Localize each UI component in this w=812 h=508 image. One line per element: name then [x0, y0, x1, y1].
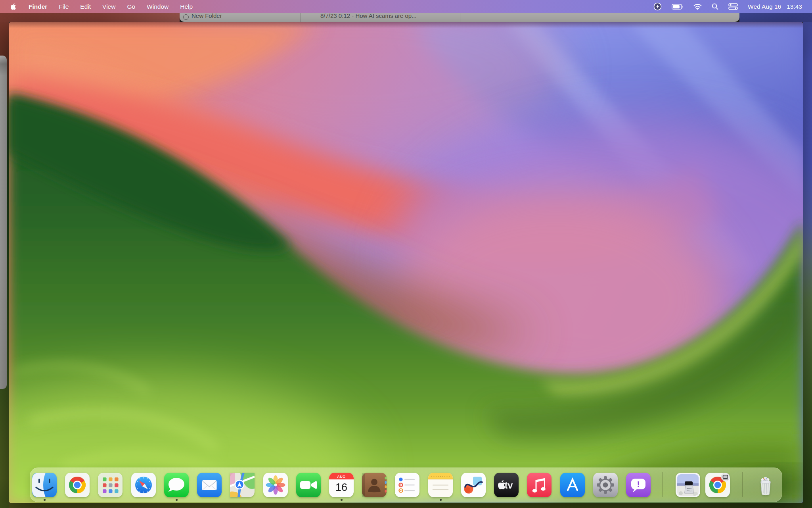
dock-icon-feedback-assistant[interactable]: ! [626, 473, 651, 497]
music-icon [527, 473, 552, 497]
battery-icon[interactable] [672, 4, 684, 10]
background-window-left-sliver[interactable] [0, 56, 7, 389]
new-folder-button[interactable]: New Folder [192, 13, 222, 20]
dock-icon-trash[interactable] [753, 473, 778, 497]
dock-icon-mail[interactable] [197, 473, 222, 497]
finder-icon [32, 473, 57, 497]
svg-text:16: 16 [335, 481, 347, 493]
mail-icon [197, 473, 222, 497]
column-divider [460, 13, 460, 22]
dock-icon-music[interactable] [527, 473, 552, 497]
contacts-icon [362, 473, 387, 497]
menu-window[interactable]: Window [147, 3, 169, 10]
chrome-icon [65, 473, 90, 497]
facetime-icon [296, 473, 321, 497]
svg-text:!: ! [637, 479, 640, 489]
menu-bar: Finder File Edit View Go Window Help Wed… [0, 0, 812, 13]
spotlight-icon[interactable] [712, 3, 718, 10]
photos-icon [263, 473, 288, 497]
episode-list-row[interactable]: 8/7/23 0:12 - How AI scams are op... [320, 13, 417, 20]
dock-icon-chrome[interactable] [65, 473, 90, 497]
svg-text:tv: tv [505, 480, 513, 491]
menubar-clock[interactable]: Wed Aug 16 13:43 [748, 3, 802, 10]
desktop-strip-top-right [739, 13, 812, 22]
column-divider [301, 13, 301, 22]
dock-icon-contacts[interactable] [362, 473, 387, 497]
desktop-margin-bottom [9, 503, 803, 508]
new-folder-icon [183, 14, 189, 20]
menu-app-name[interactable]: Finder [29, 3, 47, 10]
dock-icon-minimized-image-window[interactable] [676, 473, 700, 497]
menu-edit[interactable]: Edit [80, 3, 91, 10]
menubar-time: 13:43 [787, 3, 802, 10]
dock-icon-safari[interactable] [131, 473, 156, 497]
dock-icon-maps[interactable] [230, 473, 255, 497]
safari-icon [131, 473, 156, 497]
reminders-icon [395, 473, 419, 497]
svg-text:AUG: AUG [337, 475, 346, 479]
notes-icon [428, 473, 453, 497]
menubar-date: Wed Aug 16 [748, 3, 781, 10]
dock-icon-finder[interactable] [32, 473, 57, 497]
system-settings-icon [593, 473, 618, 497]
dock-icon-notes[interactable] [428, 473, 453, 497]
dock-icon-facetime[interactable] [296, 473, 321, 497]
desktop-margin-right [803, 13, 812, 508]
wifi-icon[interactable] [693, 4, 702, 10]
dock-icon-calendar[interactable]: AUG 16 [329, 473, 354, 497]
control-center-icon[interactable] [728, 3, 738, 10]
maps-icon [230, 473, 255, 497]
power-bolt-icon[interactable] [653, 2, 662, 11]
apple-tv-icon: tv [494, 473, 519, 497]
dock-icon-launchpad[interactable] [98, 473, 123, 497]
dock-icon-apple-tv[interactable]: tv [494, 473, 519, 497]
minimized-chrome-window-icon [705, 473, 730, 497]
wallpaper-image-window[interactable] [9, 22, 803, 503]
feedback-assistant-icon: ! [626, 473, 651, 497]
apple-menu-icon[interactable] [11, 3, 17, 10]
menu-view[interactable]: View [102, 3, 115, 10]
messages-icon [164, 473, 189, 497]
sonoma-wallpaper-image [9, 22, 803, 503]
menu-file[interactable]: File [59, 3, 69, 10]
dock-icon-photos[interactable] [263, 473, 288, 497]
dock-icon-reminders[interactable] [395, 473, 419, 497]
launchpad-icon [98, 473, 123, 497]
dock-icon-system-settings[interactable] [593, 473, 618, 497]
background-window-bottom-sliver[interactable]: New Folder 8/7/23 0:12 - How AI scams ar… [180, 13, 739, 22]
minimized-image-window-icon [676, 473, 700, 497]
menu-help[interactable]: Help [180, 3, 193, 10]
dock-icon-freeform[interactable] [461, 473, 486, 497]
trash-icon [753, 473, 778, 497]
calendar-icon: AUG 16 [329, 473, 354, 497]
menu-go[interactable]: Go [127, 3, 135, 10]
dock-icon-app-store[interactable] [560, 473, 585, 497]
dock-icon-messages[interactable] [164, 473, 189, 497]
dock-icon-minimized-chrome-window[interactable] [705, 473, 730, 497]
desktop-strip-top-left [0, 13, 180, 22]
app-store-icon [560, 473, 585, 497]
freeform-icon [461, 473, 486, 497]
